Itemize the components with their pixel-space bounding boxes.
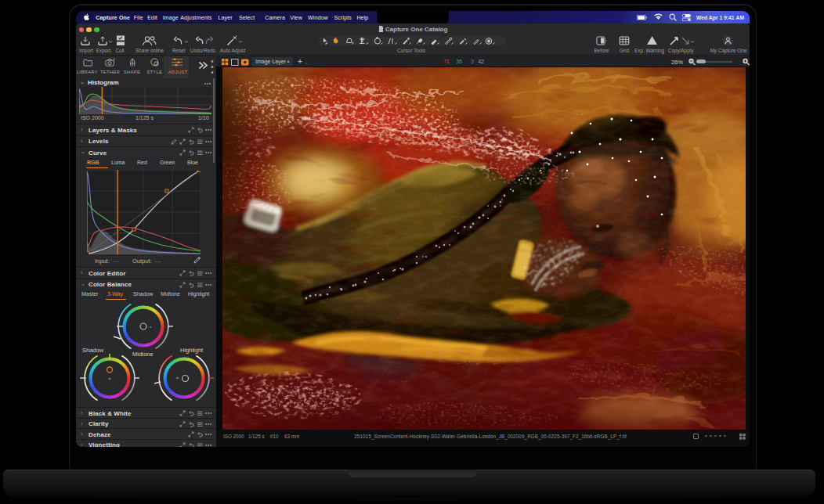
svg-text:0: 0 — [114, 58, 116, 61]
